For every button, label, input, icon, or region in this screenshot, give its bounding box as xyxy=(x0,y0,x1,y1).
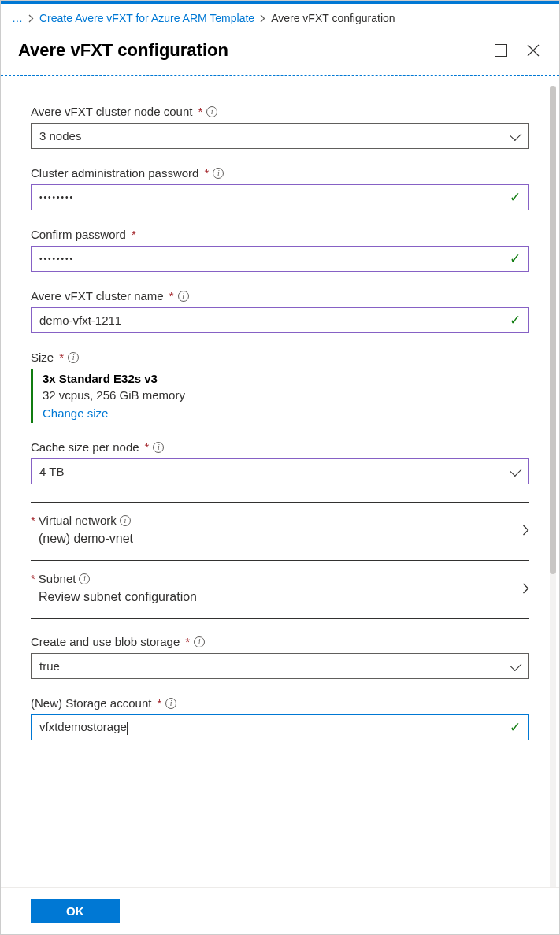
cache-size-label: Cache size per node*i xyxy=(31,440,529,454)
virtual-network-row[interactable]: *Virtual networki (new) demo-vnet xyxy=(31,514,529,546)
chevron-right-icon xyxy=(522,525,529,536)
chevron-right-icon xyxy=(260,14,265,23)
info-icon[interactable]: i xyxy=(68,352,79,363)
storage-account-input[interactable]: vfxtdemostorage ✓ xyxy=(31,714,529,740)
divider xyxy=(31,502,529,503)
ok-button[interactable]: OK xyxy=(31,899,120,923)
size-subtitle: 32 vcpus, 256 GiB memory xyxy=(43,388,529,402)
breadcrumb-parent[interactable]: Create Avere vFXT for Azure ARM Template xyxy=(39,12,254,24)
blade-header: Avere vFXT configuration xyxy=(1,32,559,76)
chevron-down-icon xyxy=(511,467,521,477)
info-icon[interactable]: i xyxy=(178,291,189,302)
info-icon[interactable]: i xyxy=(120,515,131,526)
chevron-down-icon xyxy=(511,662,521,671)
blob-storage-label: Create and use blob storage*i xyxy=(31,635,529,648)
size-title: 3x Standard E32s v3 xyxy=(43,372,529,385)
chevron-down-icon xyxy=(511,132,521,141)
info-icon[interactable]: i xyxy=(206,106,217,117)
page-title: Avere vFXT configuration xyxy=(18,40,495,61)
info-icon[interactable]: i xyxy=(153,442,164,453)
change-size-link[interactable]: Change size xyxy=(43,406,529,420)
info-icon[interactable]: i xyxy=(79,573,90,584)
confirm-password-input[interactable]: •••••••• ✓ xyxy=(31,246,529,272)
cluster-name-label: Avere vFXT cluster name*i xyxy=(31,289,529,302)
footer: OK xyxy=(1,887,559,934)
text-cursor xyxy=(127,722,128,735)
node-count-label: Avere vFXT cluster node count*i xyxy=(31,105,529,118)
chevron-right-icon xyxy=(522,583,529,594)
breadcrumb: … Create Avere vFXT for Azure ARM Templa… xyxy=(1,4,559,32)
storage-account-label: (New) Storage account*i xyxy=(31,696,529,710)
virtual-network-value: (new) demo-vnet xyxy=(31,532,522,546)
breadcrumb-current: Avere vFXT configuration xyxy=(271,12,395,24)
cluster-name-input[interactable]: demo-vfxt-1211 ✓ xyxy=(31,307,529,333)
confirm-password-label: Confirm password* xyxy=(31,228,529,241)
form-scroll-area: Avere vFXT cluster node count*i 3 nodes … xyxy=(1,86,547,887)
admin-password-input[interactable]: •••••••• ✓ xyxy=(31,184,529,210)
divider xyxy=(31,618,529,619)
scrollbar-thumb[interactable] xyxy=(550,86,556,574)
admin-password-label: Cluster administration password*i xyxy=(31,166,529,180)
subnet-value: Review subnet configuration xyxy=(31,590,522,604)
info-icon[interactable]: i xyxy=(194,636,205,647)
size-card: 3x Standard E32s v3 32 vcpus, 256 GiB me… xyxy=(31,369,529,423)
subnet-row[interactable]: *Subneti Review subnet configuration xyxy=(31,572,529,604)
checkmark-icon: ✓ xyxy=(510,312,521,328)
checkmark-icon: ✓ xyxy=(510,189,521,206)
blob-storage-select[interactable]: true xyxy=(31,653,529,679)
breadcrumb-more[interactable]: … xyxy=(12,12,23,24)
size-label: Size*i xyxy=(31,351,529,364)
info-icon[interactable]: i xyxy=(165,698,176,709)
close-icon[interactable] xyxy=(525,42,542,59)
checkmark-icon: ✓ xyxy=(510,250,521,267)
info-icon[interactable]: i xyxy=(213,168,224,179)
cache-size-select[interactable]: 4 TB xyxy=(31,458,529,484)
checkmark-icon: ✓ xyxy=(510,719,521,736)
dock-icon[interactable] xyxy=(495,44,507,57)
chevron-right-icon xyxy=(28,14,34,23)
node-count-select[interactable]: 3 nodes xyxy=(31,123,529,149)
divider xyxy=(31,560,529,561)
